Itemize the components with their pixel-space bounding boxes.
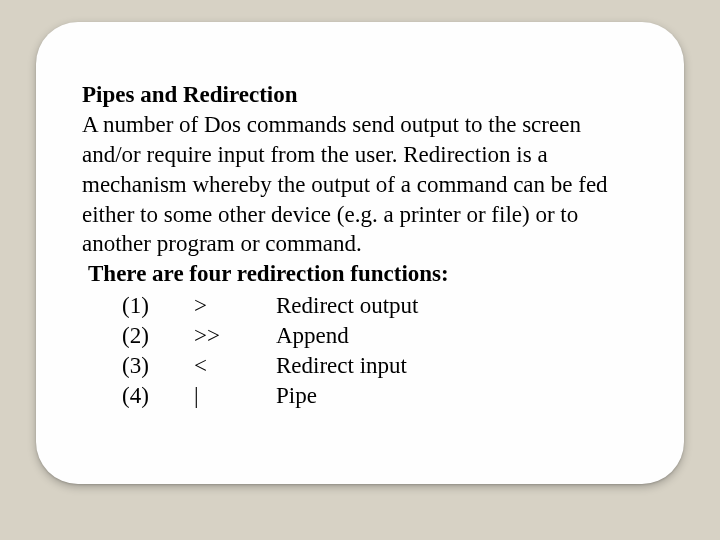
func-num: (4) bbox=[122, 381, 194, 411]
slide-title: Pipes and Redirection bbox=[82, 80, 638, 110]
list-item: (1) > Redirect output bbox=[122, 291, 638, 321]
func-desc: Pipe bbox=[276, 381, 638, 411]
list-item: (3) < Redirect input bbox=[122, 351, 638, 381]
func-num: (1) bbox=[122, 291, 194, 321]
slide-subhead: There are four redirection functions: bbox=[88, 261, 449, 286]
func-num: (3) bbox=[122, 351, 194, 381]
func-desc: Redirect output bbox=[276, 291, 638, 321]
func-num: (2) bbox=[122, 321, 194, 351]
func-sym: > bbox=[194, 291, 276, 321]
func-sym: | bbox=[194, 381, 276, 411]
func-desc: Append bbox=[276, 321, 638, 351]
slide-card: Pipes and Redirection A number of Dos co… bbox=[36, 22, 684, 484]
subhead-wrap: There are four redirection functions: bbox=[82, 259, 638, 289]
func-sym: >> bbox=[194, 321, 276, 351]
list-item: (2) >> Append bbox=[122, 321, 638, 351]
slide-paragraph: A number of Dos commands send output to … bbox=[82, 110, 638, 259]
slide-content: Pipes and Redirection A number of Dos co… bbox=[82, 80, 638, 411]
func-desc: Redirect input bbox=[276, 351, 638, 381]
func-sym: < bbox=[194, 351, 276, 381]
list-item: (4) | Pipe bbox=[122, 381, 638, 411]
functions-list: (1) > Redirect output (2) >> Append (3) … bbox=[82, 291, 638, 411]
